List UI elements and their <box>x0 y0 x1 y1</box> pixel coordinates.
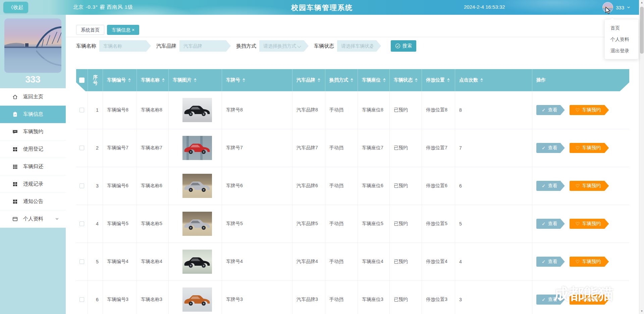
header-seats[interactable]: 车辆座位 <box>358 69 390 91</box>
cell-seats: 车辆座位4 <box>358 243 390 280</box>
reserve-button[interactable]: ♡车辆预约 <box>570 181 609 191</box>
table-row: 1 车辆编号8 车辆名称8 车牌号8 汽车品牌8 手动挡 车辆座位8 已预约 停… <box>76 91 629 129</box>
scrollbar-up-arrow[interactable]: ▲ <box>639 0 644 5</box>
sidebar-collapse-button[interactable]: 《收起 <box>3 2 28 13</box>
sort-carets-icon[interactable] <box>383 78 386 82</box>
sort-carets-icon[interactable] <box>480 78 483 82</box>
search-button[interactable]: 搜索 <box>391 40 416 52</box>
sidebar-item-usage-register[interactable]: 使用登记 <box>0 141 66 158</box>
header-clicks[interactable]: 点击次数 <box>455 69 532 91</box>
vehicle-status-select[interactable] <box>337 40 381 52</box>
table-row: 4 车辆编号5 车辆名称5 车牌号5 汽车品牌5 手动挡 车辆座位5 已预约 停… <box>76 205 629 243</box>
reserve-button[interactable]: ♡车辆预约 <box>570 295 609 305</box>
sidebar-item-vehicle-return[interactable]: 车辆归还 <box>0 158 66 175</box>
vehicle-image[interactable] <box>182 250 212 274</box>
row-checkbox[interactable] <box>79 184 84 188</box>
cell-plate: 车牌号5 <box>222 205 292 243</box>
sidebar-item-violation-records[interactable]: 违规记录 <box>0 175 66 193</box>
header-vehicle-code[interactable]: 车辆编号 <box>103 69 137 91</box>
row-checkbox[interactable] <box>79 108 84 112</box>
user-dropdown-menu: 首页 个人资料 退出登录 <box>604 19 639 59</box>
vehicle-image[interactable] <box>182 287 212 312</box>
vehicle-name-input[interactable] <box>99 40 151 52</box>
vehicle-image[interactable] <box>182 174 212 198</box>
reserve-button[interactable]: ♡车辆预约 <box>570 257 609 267</box>
cell-plate: 车牌号7 <box>222 129 292 167</box>
cell-index: 2 <box>88 129 103 167</box>
view-button[interactable]: ✓查看 <box>536 219 565 229</box>
cell-brand: 汽车品牌8 <box>292 91 325 129</box>
cell-vehicle-code: 车辆编号7 <box>103 129 137 167</box>
vehicle-table: 序号 车辆编号 车辆名称 车辆图片 车牌号 汽车品牌 换挡方式 车辆座位 车辆状… <box>76 69 629 314</box>
sort-carets-icon[interactable] <box>194 78 197 82</box>
header-parking[interactable]: 停放位置 <box>422 69 455 91</box>
cell-brand: 汽车品牌4 <box>292 243 325 280</box>
username-label: 333 <box>616 5 624 10</box>
home-icon <box>12 94 18 100</box>
row-checkbox[interactable] <box>79 297 84 302</box>
heart-icon: ♡ <box>576 297 580 302</box>
sidebar-item-vehicle-info[interactable]: 车辆信息 <box>0 106 66 123</box>
sort-carets-icon[interactable] <box>128 78 131 82</box>
sidebar-username: 333 <box>0 74 66 85</box>
dropdown-item-profile[interactable]: 个人资料 <box>605 34 638 45</box>
row-checkbox[interactable] <box>79 221 84 226</box>
cell-clicks: 6 <box>455 167 532 205</box>
reserve-button[interactable]: ♡车辆预约 <box>570 143 609 153</box>
header-vehicle-image[interactable]: 车辆图片 <box>169 69 222 91</box>
heart-icon: ♡ <box>576 221 580 226</box>
header-plate[interactable]: 车牌号 <box>222 69 292 91</box>
car-brand-input[interactable] <box>179 40 231 52</box>
vehicle-image[interactable] <box>182 98 212 122</box>
cell-gear: 手动挡 <box>325 205 358 243</box>
view-button[interactable]: ✓查看 <box>536 105 565 115</box>
sidebar-item-label: 违规记录 <box>23 181 43 187</box>
cell-parking: 停放位置5 <box>422 205 455 243</box>
reserve-button[interactable]: ♡车辆预约 <box>570 105 609 115</box>
sidebar-item-notices[interactable]: 通知公告 <box>0 193 66 210</box>
sort-carets-icon[interactable] <box>162 78 165 82</box>
cell-seats: 车辆座位6 <box>358 167 390 205</box>
sort-carets-icon[interactable] <box>415 78 418 82</box>
vehicle-image[interactable] <box>182 136 212 160</box>
row-checkbox[interactable] <box>79 259 84 264</box>
row-checkbox[interactable] <box>79 146 84 150</box>
scrollbar-thumb[interactable] <box>640 7 644 54</box>
header-vehicle-name[interactable]: 车辆名称 <box>137 69 169 91</box>
scrollbar-down-arrow[interactable]: ▼ <box>639 309 644 314</box>
view-button[interactable]: ✓查看 <box>536 143 565 153</box>
grid-icon <box>12 146 18 152</box>
cell-gear: 手动挡 <box>325 91 358 129</box>
cell-vehicle-name: 车辆名称5 <box>137 205 169 243</box>
page-scrollbar[interactable]: ▲ ▼ <box>639 0 644 314</box>
reserve-button[interactable]: ♡车辆预约 <box>570 219 609 229</box>
chat-icon <box>12 129 18 135</box>
header-status[interactable]: 车辆状态 <box>390 69 422 91</box>
select-all-checkbox[interactable] <box>79 77 85 83</box>
sidebar-item-profile[interactable]: 个人资料 <box>0 210 66 228</box>
sort-carets-icon[interactable] <box>447 78 450 82</box>
tab-vehicle-info[interactable]: 车辆信息× <box>107 25 139 35</box>
view-button[interactable]: ✓查看 <box>536 181 565 191</box>
sort-carets-icon[interactable] <box>243 78 245 82</box>
sidebar-item-vehicle-reserve[interactable]: 车辆预约 <box>0 123 66 141</box>
vehicle-image[interactable] <box>182 212 212 236</box>
gear-mode-select[interactable] <box>259 40 309 52</box>
dropdown-item-home[interactable]: 首页 <box>605 22 638 34</box>
check-icon: ✓ <box>542 221 546 226</box>
sidebar-item-return-home[interactable]: 返回主页 <box>0 88 66 106</box>
cell-gear: 手动挡 <box>325 167 358 205</box>
page-title: 校园车辆管理系统 <box>291 3 353 12</box>
header-brand[interactable]: 汽车品牌 <box>292 69 325 91</box>
filter-bar: 车辆名称 汽车品牌 换挡方式 车辆状态 搜索 <box>76 40 416 52</box>
view-button[interactable]: ✓查看 <box>536 257 565 267</box>
header-gear[interactable]: 换挡方式 <box>325 69 358 91</box>
top-header-bar: 《收起 北京 -0.3° 霾 西南风 1级 校园车辆管理系统 2024-2-4 … <box>0 0 644 15</box>
sort-carets-icon[interactable] <box>351 78 353 82</box>
table-row: 6 车辆编号3 车辆名称3 车牌号3 汽车品牌3 手动挡 车辆座位3 已预约 停… <box>76 281 629 314</box>
dropdown-item-logout[interactable]: 退出登录 <box>605 45 638 56</box>
view-button[interactable]: ✓查看 <box>536 295 565 305</box>
tab-system-home[interactable]: 系统首页 <box>76 25 104 35</box>
sort-carets-icon[interactable] <box>318 78 320 82</box>
close-icon[interactable]: × <box>132 27 135 33</box>
